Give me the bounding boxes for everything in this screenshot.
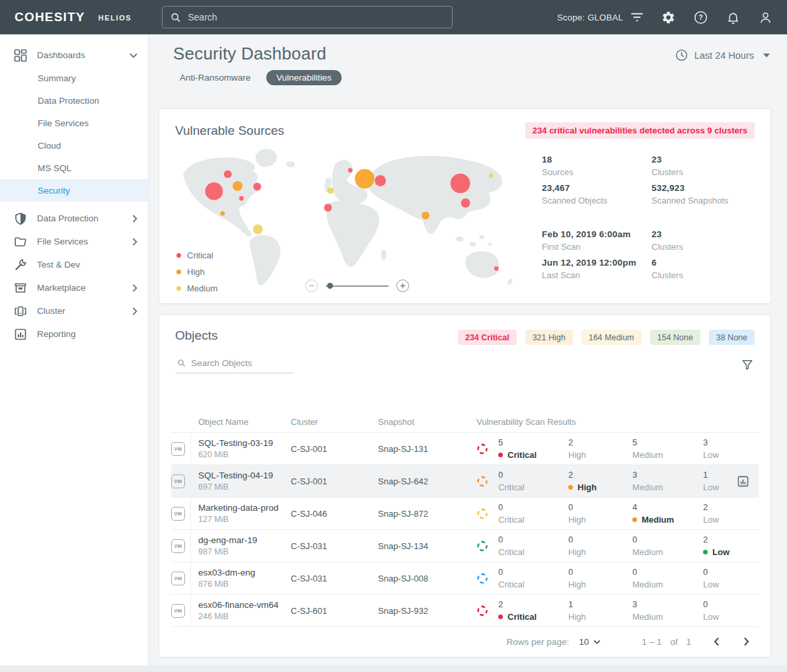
- badge-high[interactable]: 321 High: [525, 330, 573, 345]
- sidebar-item-marketplace[interactable]: Marketplace: [0, 276, 148, 299]
- scan-status-icon: [476, 443, 488, 455]
- svg-text:?: ?: [698, 13, 702, 21]
- stat-last-scan: Jun 12, 2019 12:00pmLast Scan: [542, 258, 652, 280]
- help-icon[interactable]: ?: [694, 11, 708, 24]
- sidebar-item-file-services-dash[interactable]: File Services: [0, 112, 148, 134]
- sidebar-item-data-protection-dash[interactable]: Data Protection: [0, 89, 148, 112]
- table-row[interactable]: VM SQL-Testing-03-19620 MiB C-SJ-001 Sna…: [171, 432, 759, 465]
- page-title: Security Dashboard: [173, 44, 326, 64]
- search-objects-field[interactable]: [176, 356, 293, 373]
- table-pagination: Rows per page: 10 1 – 1 of 1: [171, 626, 759, 656]
- vulnerable-sources-title: Vulnerable Sources: [175, 124, 284, 138]
- notifications-bell-icon[interactable]: [726, 11, 740, 24]
- chevron-down-icon: [593, 640, 601, 644]
- cluster-icon: [14, 305, 27, 318]
- stat-sources: 18Sources: [542, 155, 652, 177]
- zoom-slider-knob[interactable]: [327, 283, 333, 289]
- stat-first-scan-clusters: 23Clusters: [652, 229, 755, 252]
- row-report-icon[interactable]: [737, 475, 749, 488]
- sidebar-item-file-services[interactable]: File Services: [0, 230, 148, 253]
- badge-medium[interactable]: 164 Medium: [581, 330, 642, 345]
- cluster-cell: C-SJ-001: [283, 444, 371, 454]
- time-range-label: Last 24 Hours: [694, 50, 754, 61]
- column-snapshot: Snapshot: [371, 417, 476, 427]
- objects-table: Object Name Cluster Snapshot Vulnerabili…: [171, 411, 759, 656]
- objects-card: Objects 234 Critical 321 High 164 Medium…: [159, 315, 771, 657]
- vm-icon: VM: [171, 539, 185, 553]
- stat-clusters: 23Clusters: [652, 155, 755, 177]
- badge-none-green[interactable]: 154 None: [650, 330, 700, 345]
- object-size: 697 MiB: [198, 482, 283, 492]
- tab-vulnerabilities[interactable]: Vulnerabilities: [266, 70, 342, 85]
- cohesity-logo: COHESITY: [15, 10, 85, 24]
- global-search-input[interactable]: [188, 12, 444, 22]
- rows-per-page-select[interactable]: 10: [579, 637, 601, 647]
- previous-page-button[interactable]: [711, 636, 723, 648]
- scan-status-icon: [476, 540, 488, 552]
- object-name: SQL-Testing-04-19: [198, 470, 283, 480]
- sidebar-item-reporting[interactable]: Reporting: [0, 322, 148, 346]
- table-row[interactable]: VM SQL-Testing-04-19697 MiB C-SJ-001 Sna…: [171, 465, 759, 497]
- zoom-in-button[interactable]: [396, 280, 409, 292]
- vulnerable-sources-card: Vulnerable Sources 234 critical vulnerab…: [159, 108, 771, 304]
- vm-icon: VM: [171, 572, 185, 585]
- next-page-button[interactable]: [740, 636, 752, 648]
- search-objects-input[interactable]: [191, 358, 292, 368]
- sidebar-item-ms-sql[interactable]: MS SQL: [0, 157, 148, 179]
- scope-selector[interactable]: Scope: GLOBAL: [557, 13, 643, 22]
- sidebar-item-summary[interactable]: Summary: [0, 67, 148, 89]
- sidebar-item-test-dev[interactable]: Test & Dev: [0, 253, 148, 276]
- vm-icon: VM: [171, 474, 185, 488]
- table-row[interactable]: VM dg-eng-mar-19987 MiB C-SJ-031 Snap-SJ…: [171, 529, 759, 562]
- settings-gear-icon[interactable]: [661, 11, 675, 24]
- cluster-cell: C-SJ-046: [283, 509, 371, 519]
- legend-item-medium: Medium: [176, 280, 217, 297]
- bar-chart-icon: [14, 328, 27, 341]
- tab-anti-ransomware[interactable]: Anti-Ransomware: [173, 71, 257, 85]
- sidebar-item-cluster[interactable]: Cluster: [0, 299, 148, 322]
- cluster-cell: C-SJ-031: [283, 541, 371, 551]
- table-row[interactable]: VM esx06-finance-vm64246 MiB C-SJ-601 Sn…: [171, 594, 759, 626]
- user-profile-icon[interactable]: [759, 11, 772, 24]
- time-range-selector[interactable]: Last 24 Hours: [675, 49, 770, 61]
- search-icon: [177, 358, 186, 368]
- sidebar-item-dashboards[interactable]: Dashboards: [0, 44, 148, 67]
- scan-status-icon: [476, 572, 488, 584]
- object-name: esx06-finance-vm64: [198, 600, 283, 610]
- page-total: 1: [686, 637, 691, 647]
- filter-funnel-icon[interactable]: [741, 359, 753, 371]
- sidebar-item-cloud[interactable]: Cloud: [0, 134, 148, 157]
- main-content: Security Dashboard Last 24 Hours Anti-Ra…: [149, 34, 787, 665]
- filter-lines-icon: [631, 13, 643, 22]
- search-icon: [170, 12, 181, 23]
- page-range: 1 – 1: [642, 637, 661, 647]
- chevron-right-icon: [132, 215, 137, 223]
- object-name: SQL-Testing-03-19: [198, 438, 283, 448]
- map-zoom-control: [305, 280, 409, 292]
- snapshot-cell: Snap-SJ-642: [371, 476, 476, 486]
- badge-none-blue[interactable]: 38 None: [709, 330, 755, 345]
- badge-critical[interactable]: 234 Critical: [458, 330, 517, 345]
- severity-dot-icon: [632, 517, 637, 522]
- column-cluster: Cluster: [283, 417, 371, 427]
- zoom-slider[interactable]: [326, 285, 389, 287]
- critical-dot-icon: [176, 253, 181, 258]
- topbar: COHESITY HELIOS Scope: GLOBAL ?: [0, 0, 787, 34]
- sidebar-item-security[interactable]: Security: [0, 179, 148, 202]
- object-name: esx03-dm-eng: [198, 568, 283, 578]
- scan-status-icon: [476, 605, 488, 616]
- chevron-down-icon: [130, 53, 137, 58]
- vm-icon: VM: [171, 507, 185, 521]
- stat-scanned-snapshots: 532,923Scanned Snapshots: [652, 183, 755, 205]
- table-row[interactable]: VM esx03-dm-eng876 MiB C-SJ-031 Snap-SJ-…: [171, 562, 759, 594]
- table-row[interactable]: VM Marketing-data-prod127 MiB C-SJ-046 S…: [171, 497, 759, 529]
- sidebar: Dashboards Summary Data Protection File …: [0, 34, 149, 665]
- stat-last-scan-clusters: 6Clusters: [652, 258, 755, 280]
- global-search[interactable]: [162, 6, 453, 28]
- sidebar-item-data-protection[interactable]: Data Protection: [0, 207, 148, 230]
- sidebar-item-label: Reporting: [37, 329, 76, 339]
- map-legend: Critical High Medium: [176, 247, 217, 297]
- vulnerability-map[interactable]: Critical High Medium: [175, 146, 532, 297]
- zoom-out-button[interactable]: [305, 280, 318, 292]
- snapshot-cell: Snap-SJ-008: [371, 574, 476, 583]
